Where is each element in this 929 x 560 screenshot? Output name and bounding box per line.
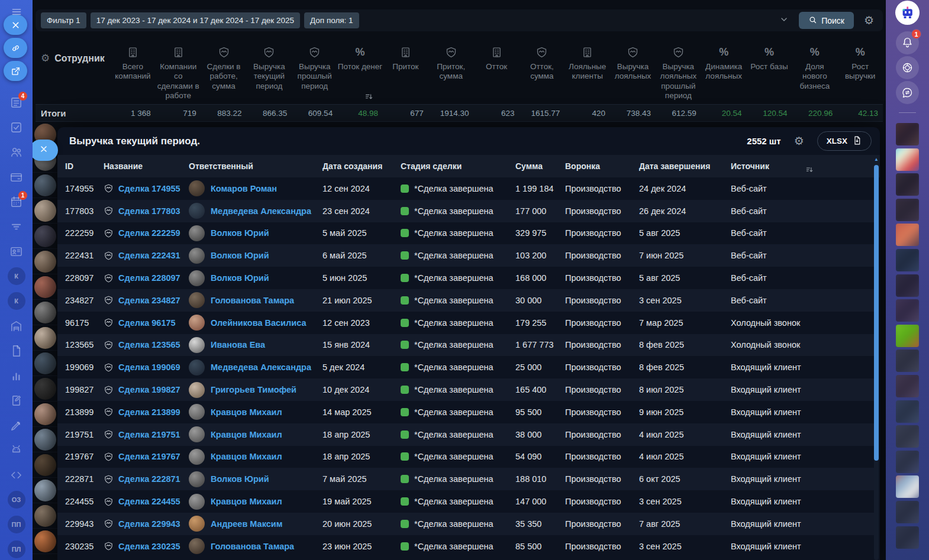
app-tile-2[interactable] (896, 173, 919, 196)
column-header-13[interactable]: %Динамика лояльных (701, 41, 747, 103)
sidebar-item-document-icon[interactable] (0, 338, 33, 363)
column-header-16[interactable]: %Рост выручки (837, 41, 883, 103)
column-header-8[interactable]: Отток (474, 41, 520, 103)
sidebar-item-id-card-icon[interactable] (0, 239, 33, 264)
external-link-fab-button[interactable] (4, 61, 27, 81)
owner-link[interactable]: Голованова Тамара (211, 296, 294, 305)
deal-link[interactable]: Сделка 177803 (118, 206, 180, 216)
sidebar-item-tasks-icon[interactable]: 4 (0, 90, 33, 115)
sidebar-avatar-К[interactable]: К (0, 264, 33, 289)
sidebar-item-checkbox-icon[interactable] (0, 115, 33, 140)
app-tile-15[interactable] (896, 501, 919, 523)
app-tile-7[interactable] (896, 299, 919, 322)
app-tile-11[interactable] (896, 400, 919, 423)
filter-chip[interactable]: Фильтр 1 (41, 12, 86, 28)
assistant-robot-icon[interactable] (895, 1, 920, 25)
total-cell-10[interactable]: 420 (565, 109, 610, 118)
modal-close-button[interactable] (30, 140, 58, 161)
owner-link[interactable]: Кравцов Михаил (211, 430, 282, 439)
deal-link[interactable]: Сделка 199069 (118, 362, 180, 372)
deal-link[interactable]: Сделка 229943 (118, 519, 180, 529)
owner-link[interactable]: Кравцов Михаил (211, 497, 282, 506)
column-header-12[interactable]: Выручка лояльных прошлый период (656, 41, 701, 103)
modal-gear-icon[interactable]: ⚙ (794, 135, 804, 147)
owner-link[interactable]: Волков Юрий (211, 251, 269, 260)
table-sort-icon[interactable] (805, 166, 814, 176)
total-cell-3[interactable]: 866.35 (246, 109, 292, 118)
sidebar-avatar-ОЗ[interactable]: ОЗ (0, 487, 33, 512)
search-button[interactable]: Поиск (799, 12, 854, 29)
app-tile-0[interactable] (896, 123, 919, 145)
owner-link[interactable]: Волков Юрий (211, 273, 269, 283)
total-cell-4[interactable]: 609.54 (292, 109, 337, 118)
column-header-10[interactable]: Лояльные клиенты (565, 41, 610, 103)
deal-link[interactable]: Сделка 96175 (118, 318, 176, 328)
app-tile-9[interactable] (896, 349, 919, 372)
owner-link[interactable]: Кравцов Михаил (211, 407, 282, 417)
chat-sync-icon[interactable] (896, 81, 919, 104)
deal-link[interactable]: Сделка 222259 (118, 228, 180, 238)
deal-link[interactable]: Сделка 174955 (118, 184, 180, 193)
sidebar-avatar-К[interactable]: К (0, 289, 33, 313)
column-header-7[interactable]: Приток, сумма (428, 41, 474, 103)
sidebar-item-pen-icon[interactable] (0, 413, 33, 438)
deal-link[interactable]: Сделка 224455 (118, 497, 180, 506)
sidebar-item-wallet-icon[interactable] (0, 164, 33, 189)
total-cell-16[interactable]: 42.13 (837, 109, 883, 118)
deal-link[interactable]: Сделка 222431 (118, 251, 180, 260)
deal-link[interactable]: Сделка 199827 (118, 385, 180, 394)
sidebar-item-doc-edit-icon[interactable] (0, 388, 33, 413)
deal-link[interactable]: Сделка 228097 (118, 273, 180, 283)
app-tile-3[interactable] (896, 199, 919, 221)
owner-link[interactable]: Комаров Роман (211, 184, 277, 193)
deal-link[interactable]: Сделка 234827 (118, 296, 180, 305)
col-header-owner[interactable]: Ответственный (189, 161, 322, 171)
owner-link[interactable]: Волков Юрий (211, 474, 269, 484)
owner-link[interactable]: Медведева Александра (211, 206, 311, 216)
total-cell-2[interactable]: 883.22 (201, 109, 247, 118)
total-cell-7[interactable]: 1914.30 (428, 109, 474, 118)
total-cell-8[interactable]: 623 (474, 109, 520, 118)
total-cell-14[interactable]: 120.54 (747, 109, 792, 118)
app-tile-16[interactable] (896, 526, 919, 549)
owner-link[interactable]: Олейникова Василиса (211, 318, 306, 328)
sidebar-item-people-icon[interactable] (0, 140, 33, 164)
app-tile-14[interactable] (896, 475, 919, 498)
date-range-chip[interactable]: 17 дек 2023 - 17 дек 2024 и 17 дек 2024 … (91, 12, 300, 28)
chevron-down-icon[interactable] (779, 15, 789, 27)
total-cell-0[interactable]: 1 368 (110, 109, 156, 118)
scroll-up-arrow[interactable]: ▲ (874, 157, 879, 163)
notifications-bell-icon[interactable]: 1 (896, 31, 919, 54)
col-header-closed[interactable]: Дата завершения (639, 161, 731, 171)
deal-link[interactable]: Сделка 222871 (118, 474, 180, 484)
sidebar-avatar-ПЛ[interactable]: ПЛ (0, 537, 33, 560)
sidebar-item-filter-icon[interactable] (0, 214, 33, 239)
app-tile-12[interactable] (896, 425, 919, 448)
app-tile-4[interactable] (896, 224, 919, 246)
owner-link[interactable]: Андреев Максим (211, 519, 282, 529)
owner-link[interactable]: Голованова Тамара (211, 542, 294, 551)
total-cell-12[interactable]: 612.59 (656, 109, 701, 118)
column-header-11[interactable]: Выручка лояльных (610, 41, 656, 103)
deal-link[interactable]: Сделка 213899 (118, 407, 180, 417)
close-fab-button[interactable] (4, 15, 27, 35)
column-header-3[interactable]: Выручка текущий период (246, 41, 292, 103)
column-header-2[interactable]: Сделки в работе, сумма (201, 41, 247, 103)
column-header-1[interactable]: Компании со сделками в работе (156, 41, 201, 103)
owner-link[interactable]: Волков Юрий (211, 228, 269, 238)
col-header-amount[interactable]: Сумма (515, 161, 565, 171)
owner-link[interactable]: Кравцов Михаил (211, 452, 282, 461)
app-tile-5[interactable] (896, 249, 919, 271)
col-header-name[interactable]: Название (104, 161, 189, 171)
sidebar-item-warehouse-icon[interactable] (0, 313, 33, 338)
col-header-created[interactable]: Дата создания (322, 161, 401, 171)
owner-link[interactable]: Медведева Александра (211, 362, 311, 372)
employee-column-header[interactable]: ⚙ Сотрудник (36, 41, 110, 103)
col-header-funnel[interactable]: Воронка (565, 161, 639, 171)
column-header-14[interactable]: %Рост базы (747, 41, 792, 103)
total-cell-6[interactable]: 677 (383, 109, 428, 118)
deal-link[interactable]: Сделка 219751 (118, 430, 180, 439)
sidebar-item-code-icon[interactable] (0, 462, 33, 487)
scrollbar-thumb[interactable] (874, 165, 879, 461)
app-tile-6[interactable] (896, 274, 919, 297)
